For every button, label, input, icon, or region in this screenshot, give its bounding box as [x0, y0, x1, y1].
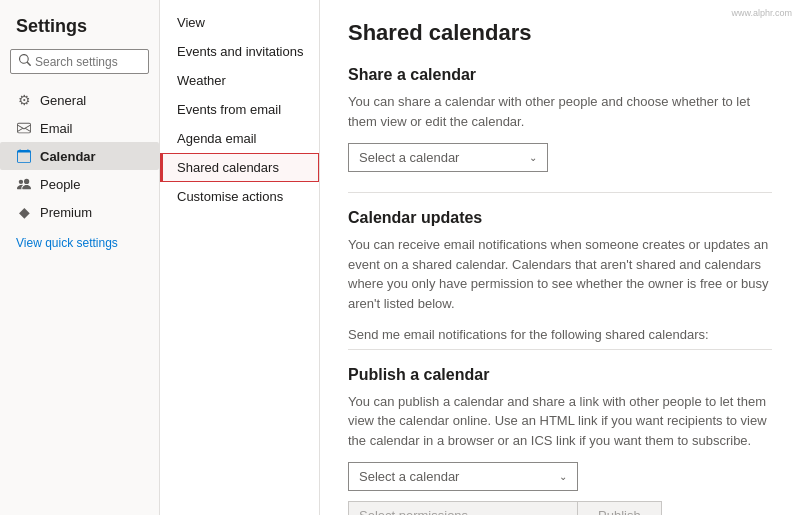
- updates-section-title: Calendar updates: [348, 209, 772, 227]
- sidebar-item-general[interactable]: ⚙ General: [0, 86, 159, 114]
- share-calendar-select[interactable]: Select a calendar ⌄: [348, 143, 548, 172]
- premium-icon: ◆: [16, 204, 32, 220]
- permissions-chevron-icon: ⌄: [559, 510, 567, 515]
- publish-calendar-chevron-icon: ⌄: [559, 471, 567, 482]
- search-input[interactable]: [35, 55, 140, 69]
- publish-calendar-select[interactable]: Select a calendar ⌄: [348, 462, 578, 491]
- permissions-select-label: Select permissions: [359, 508, 468, 515]
- sidebar-item-calendar[interactable]: Calendar: [0, 142, 159, 170]
- sub-nav-item-view[interactable]: View: [160, 8, 319, 37]
- sidebar-item-premium-label: Premium: [40, 205, 92, 220]
- share-section-desc: You can share a calendar with other peop…: [348, 92, 772, 131]
- share-calendar-select-label: Select a calendar: [359, 150, 459, 165]
- updates-section-desc: You can receive email notifications when…: [348, 235, 772, 313]
- publish-calendar-select-label: Select a calendar: [359, 469, 459, 484]
- sub-nav-item-events-invitations[interactable]: Events and invitations: [160, 37, 319, 66]
- sidebar-item-email[interactable]: Email: [0, 114, 159, 142]
- chevron-down-icon: ⌄: [529, 152, 537, 163]
- main-content: Shared calendars Share a calendar You ca…: [320, 0, 800, 515]
- calendar-icon: [16, 148, 32, 164]
- watermark: www.alphr.com: [731, 8, 792, 18]
- section-divider-2: [348, 349, 772, 350]
- publish-section-desc: You can publish a calendar and share a l…: [348, 392, 772, 451]
- publish-section: Publish a calendar You can publish a cal…: [348, 366, 772, 516]
- search-icon: [19, 54, 31, 69]
- sidebar: Settings ⚙ General Email: [0, 0, 160, 515]
- sub-nav: View Events and invitations Weather Even…: [160, 0, 320, 515]
- page-title: Shared calendars: [348, 20, 772, 46]
- sidebar-item-premium[interactable]: ◆ Premium: [0, 198, 159, 226]
- publish-row: Select permissions ⌄ Publish: [348, 501, 772, 515]
- sub-nav-item-agenda-email[interactable]: Agenda email: [160, 124, 319, 153]
- sidebar-item-people[interactable]: People: [0, 170, 159, 198]
- email-icon: [16, 120, 32, 136]
- permissions-select[interactable]: Select permissions ⌄: [348, 501, 578, 515]
- view-quick-settings-link[interactable]: View quick settings: [0, 230, 159, 256]
- share-section: Share a calendar You can share a calenda…: [348, 66, 772, 172]
- sidebar-item-email-label: Email: [40, 121, 73, 136]
- section-divider-1: [348, 192, 772, 193]
- publish-section-title: Publish a calendar: [348, 366, 772, 384]
- sub-nav-item-shared-calendars[interactable]: Shared calendars: [160, 153, 319, 182]
- send-me-text: Send me email notifications for the foll…: [348, 325, 772, 345]
- updates-section: Calendar updates You can receive email n…: [348, 209, 772, 345]
- sub-nav-item-customise-actions[interactable]: Customise actions: [160, 182, 319, 211]
- sub-nav-item-events-from-email[interactable]: Events from email: [160, 95, 319, 124]
- sidebar-item-general-label: General: [40, 93, 86, 108]
- sidebar-title: Settings: [0, 12, 159, 49]
- publish-button[interactable]: Publish: [578, 501, 662, 515]
- sub-nav-item-weather[interactable]: Weather: [160, 66, 319, 95]
- people-icon: [16, 176, 32, 192]
- search-box[interactable]: [10, 49, 149, 74]
- sidebar-item-calendar-label: Calendar: [40, 149, 96, 164]
- general-icon: ⚙: [16, 92, 32, 108]
- sidebar-item-people-label: People: [40, 177, 80, 192]
- share-section-title: Share a calendar: [348, 66, 772, 84]
